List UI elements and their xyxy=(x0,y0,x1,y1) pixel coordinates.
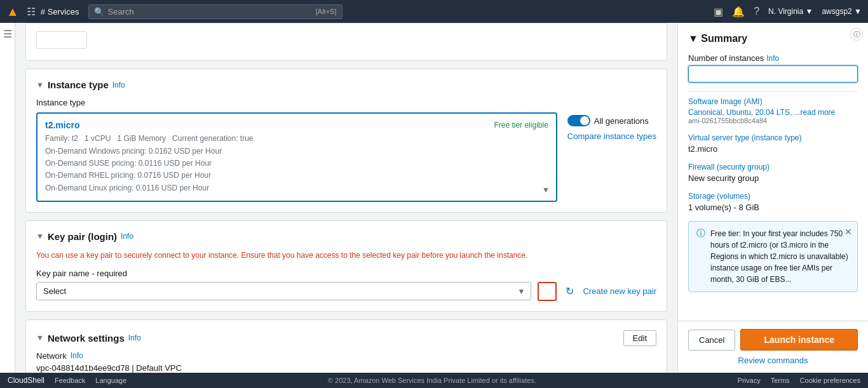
all-generations-switch[interactable] xyxy=(567,115,590,126)
instance-type-info-link[interactable]: Info xyxy=(112,81,125,90)
keypair-collapse-arrow[interactable]: ▼ xyxy=(36,232,44,241)
all-generations-toggle: All generations xyxy=(567,115,656,126)
search-bar: 🔍 [Alt+S] xyxy=(88,4,342,19)
summary-storage-field: Storage (volumes) 1 volume(s) - 8 GiB xyxy=(688,192,858,212)
instance-type-box[interactable]: t2.micro Free tier eligible Family: t2 1… xyxy=(36,112,557,202)
network-field-info[interactable]: Info xyxy=(71,351,83,360)
top-navigation: ▲ ☷ # Services 🔍 [Alt+S] ▣ 🔔 ? N. Virgin… xyxy=(0,0,868,23)
instances-info-link[interactable]: Info xyxy=(766,54,779,63)
ami-value[interactable]: Canonical, Ubuntu, 20.04 LTS, ...read mo… xyxy=(688,108,858,117)
free-tier-text: Free tier: In your first year includes 7… xyxy=(710,228,850,285)
keypair-row: Select ▼ ↻ Create new key pair xyxy=(36,282,656,301)
instance-type-field-label: Instance type xyxy=(36,98,656,107)
free-tier-notice: ⓘ Free tier: In your first year includes… xyxy=(688,221,858,292)
page-wrapper: ☰ ▼ Instance type Info Instance type xyxy=(0,23,868,373)
instance-type-actions: All generations Compare instance types xyxy=(567,112,656,141)
all-generations-label: All generations xyxy=(594,116,649,126)
help-icon[interactable]: ? xyxy=(754,6,759,17)
summary-ami-field: Software Image (AMI) Canonical, Ubuntu, … xyxy=(688,97,858,124)
search-icon: 🔍 xyxy=(94,7,104,17)
instances-label-row: Number of instances Info xyxy=(688,53,858,63)
network-collapse-arrow[interactable]: ▼ xyxy=(36,333,44,342)
launch-instance-button[interactable]: Launch instance xyxy=(740,329,858,351)
summary-instance-type-value: t2.micro xyxy=(688,144,858,154)
network-field: Network Info xyxy=(36,351,656,361)
terminal-icon[interactable]: ▣ xyxy=(714,6,723,18)
instance-type-collapse-arrow[interactable]: ▼ xyxy=(36,81,44,90)
summary-firewall-value: New security group xyxy=(688,173,858,183)
refresh-keypair-button[interactable]: ↻ xyxy=(563,283,576,300)
network-value: vpc-048814d1b4ee9cd78 | Default VPC xyxy=(36,363,656,373)
copy-icon[interactable] xyxy=(538,282,557,301)
keypair-warning-text: You can use a key pair to securely conne… xyxy=(36,250,656,261)
network-settings-header: ▼ Network settings Info Edit xyxy=(36,330,656,346)
instance-type-title: Instance type xyxy=(48,79,109,90)
keypair-select[interactable]: Select xyxy=(36,282,531,300)
network-title: Network settings xyxy=(48,333,125,344)
free-tier-info-icon: ⓘ xyxy=(696,228,705,239)
menu-toggle-icon[interactable]: ☰ xyxy=(3,28,12,40)
create-keypair-link[interactable]: Create new key pair xyxy=(583,286,656,296)
instance-pricing: On-Demand Windows pricing: 0.0162 USD pe… xyxy=(45,145,548,194)
network-info-link[interactable]: Info xyxy=(128,333,141,342)
summary-instances-field: Number of instances Info 1 xyxy=(688,53,858,83)
summary-actions: Cancel Launch instance Review commands xyxy=(678,321,868,373)
instance-name: t2.micro xyxy=(45,120,79,130)
compare-instance-types-link[interactable]: Compare instance types xyxy=(567,131,656,141)
instances-input[interactable]: 1 xyxy=(688,65,858,83)
keypair-header: ▼ Key pair (login) Info xyxy=(36,231,656,242)
services-label[interactable]: # Services xyxy=(41,7,79,17)
region-selector[interactable]: N. Virginia ▼ xyxy=(768,7,813,16)
summary-content: ▼ Summary Number of instances Info 1 Sof… xyxy=(678,23,868,321)
summary-title: ▼ Summary xyxy=(688,33,858,44)
cancel-launch-row: Cancel Launch instance xyxy=(688,329,858,351)
nav-icons: ▣ 🔔 ? N. Virginia ▼ awsgsp2 ▼ xyxy=(714,6,862,18)
instance-type-box-header: t2.micro Free tier eligible xyxy=(45,120,548,130)
grid-icon[interactable]: ☷ xyxy=(27,6,36,18)
summary-instance-type-field: Virtual server type (instance type) t2.m… xyxy=(688,133,858,154)
instance-type-section: ▼ Instance type Info Instance type t2.mi… xyxy=(25,69,667,213)
free-tier-close-button[interactable]: ✕ xyxy=(844,227,852,237)
free-tier-badge: Free tier eligible xyxy=(494,121,548,130)
main-content: ▼ Instance type Info Instance type t2.mi… xyxy=(15,23,677,373)
summary-storage-value: 1 volume(s) - 8 GiB xyxy=(688,203,858,212)
free-tier-notice-header: ⓘ Free tier: In your first year includes… xyxy=(696,228,850,285)
top-placeholder xyxy=(25,23,667,61)
keypair-info-link[interactable]: Info xyxy=(121,232,133,241)
summary-storage-label: Storage (volumes) xyxy=(688,192,858,201)
left-sidebar: ☰ xyxy=(0,23,15,373)
bell-icon[interactable]: 🔔 xyxy=(732,6,745,18)
content-scroll: ▼ Instance type Info Instance type t2.mi… xyxy=(15,23,677,373)
top-right-info-button[interactable]: ⓘ xyxy=(850,28,863,41)
network-edit-button[interactable]: Edit xyxy=(623,330,656,346)
instance-details: Family: t2 1 vCPU 1 GiB Memory Current g… xyxy=(45,134,548,143)
account-menu[interactable]: awsgsp2 ▼ xyxy=(822,7,862,16)
instance-type-header: ▼ Instance type Info xyxy=(36,79,656,90)
summary-firewall-label: Firewall (security group) xyxy=(688,163,858,171)
keypair-title: Key pair (login) xyxy=(48,231,117,242)
network-settings-section: ▼ Network settings Info Edit Network Inf… xyxy=(25,319,667,373)
summary-divider-1 xyxy=(688,91,858,92)
instances-label: Number of instances xyxy=(688,53,764,63)
keypair-section: ▼ Key pair (login) Info You can use a ke… xyxy=(25,220,667,312)
summary-instance-type-label: Virtual server type (instance type) xyxy=(688,133,858,142)
summary-firewall-field: Firewall (security group) New security g… xyxy=(688,163,858,183)
ami-id: ami-0261755bbcb8c4a84 xyxy=(688,117,858,124)
cancel-button[interactable]: Cancel xyxy=(688,330,735,351)
instance-dropdown-arrow: ▼ xyxy=(542,185,550,194)
ami-label: Software Image (AMI) xyxy=(688,97,858,106)
keypair-field-label: Key pair name - required xyxy=(36,269,656,278)
keypair-select-wrapper: Select ▼ xyxy=(36,282,531,300)
network-title-group: ▼ Network settings Info xyxy=(36,333,141,344)
network-field-label: Network xyxy=(36,351,67,361)
search-input[interactable] xyxy=(108,7,313,17)
aws-logo[interactable]: ▲ xyxy=(6,4,19,19)
review-commands-row: Review commands xyxy=(688,356,858,365)
summary-panel: ▼ Summary Number of instances Info 1 Sof… xyxy=(677,23,868,373)
search-shortcut: [Alt+S] xyxy=(316,8,337,15)
review-commands-link[interactable]: Review commands xyxy=(688,356,858,365)
